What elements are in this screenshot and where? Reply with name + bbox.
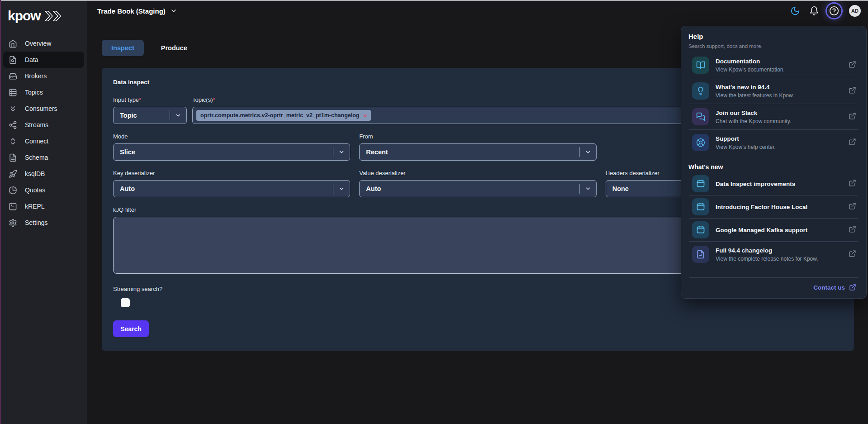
help-button[interactable] [828,5,840,17]
input-type-select[interactable]: Topic [113,107,187,124]
topic-tag: oprtr.compute.metrics.v2-oprtr_metric_v2… [196,110,371,121]
sidebar-item-brokers[interactable]: Brokers [3,68,84,84]
whats-new-item-factor-house-local[interactable]: Introducing Factor House Local [688,195,859,218]
help-link-slack[interactable]: Join our SlackChat with the Kpow communi… [688,104,859,129]
key-deserializer-select[interactable]: Auto [113,180,350,197]
sidebar-item-streams[interactable]: Streams [3,117,84,133]
gear-icon [9,219,17,227]
whats-new-title: Google Managed Kafka support [716,227,807,233]
from-label: From [359,133,596,140]
lightbulb-icon [692,82,709,100]
whats-new-item-google-kafka[interactable]: Google Managed Kafka support [688,219,859,241]
sidebar-nav: Overview Data Brokers Topics Consumers S… [0,35,87,231]
streaming-search-checkbox[interactable] [121,298,130,307]
sidebar-item-label: Quotas [25,186,45,194]
chevron-down-icon [170,7,177,14]
avatar[interactable]: AD [849,5,861,17]
kpow-logo[interactable]: kpow [0,0,87,24]
sidebar-item-label: kREPL [25,203,45,210]
help-link-subtitle: View Kpow's help center. [716,144,776,150]
whats-new-heading: What's new [688,163,859,171]
whats-new-item-changelog[interactable]: Full 94.4 changelogView the complete rel… [688,242,859,267]
rocket-icon [9,170,17,178]
sidebar-item-label: Brokers [25,72,47,80]
calendar-icon [692,175,709,192]
external-link-icon [849,61,856,70]
contact-us-label: Contact us [813,284,845,291]
help-link-subtitle: View the latest features in Kpow. [716,92,794,99]
tab-inspect[interactable]: Inspect [102,40,144,56]
app-window: kpow Overview Data Brokers Topics [0,0,868,424]
required-marker: * [139,96,141,103]
kpow-logo-text: kpow [8,8,41,24]
lifebuoy-icon [692,134,709,151]
mode-select[interactable]: Slice [113,143,350,161]
topic-tag-label: oprtr.compute.metrics.v2-oprtr_metric_v2… [200,112,360,119]
sidebar-item-schema[interactable]: Schema [3,149,84,166]
help-link-support[interactable]: SupportView Kpow's help center. [688,130,859,155]
search-button[interactable]: Search [113,320,149,337]
sidebar-item-label: Settings [25,219,48,226]
from-select[interactable]: Recent [359,143,596,161]
help-link-documentation[interactable]: DocumentationView Kpow's documentation. [688,52,859,78]
chevron-down-icon [170,112,186,119]
help-link-whats-new[interactable]: What's new in 94.4View the latest featur… [688,78,859,104]
mode-value: Slice [120,148,135,156]
notifications-bell-icon[interactable] [809,6,819,16]
external-link-icon [849,86,856,96]
sidebar-item-label: Connect [25,138,48,145]
sidebar-item-krepl[interactable]: kREPL [3,198,84,214]
value-deserializer-select[interactable]: Auto [359,180,596,197]
sidebar: kpow Overview Data Brokers Topics [0,0,87,424]
sidebar-item-overview[interactable]: Overview [3,35,84,52]
help-link-subtitle: View Kpow's documentation. [716,67,785,73]
external-link-icon [849,202,856,212]
whats-new-title: Full 94.4 changelog [716,247,818,254]
chat-bubbles-icon [692,108,709,125]
table-icon [9,88,17,97]
home-icon [9,39,17,48]
chevron-down-icon [333,149,350,155]
calendar-icon [692,198,709,215]
sidebar-item-topics[interactable]: Topics [3,84,84,100]
external-link-icon [849,138,856,148]
value-deserializer-label: Value deserializer [359,170,596,176]
sidebar-item-settings[interactable]: Settings [3,214,84,231]
mode-label: Mode [113,133,350,140]
sidebar-item-label: Streams [25,121,48,129]
remove-tag-icon[interactable]: × [364,113,367,119]
sidebar-item-label: Overview [25,40,51,47]
help-circle-icon [829,6,839,16]
hard-drive-icon [9,72,17,81]
window-top-edge [0,0,868,1]
environment-name: Trade Book (Staging) [97,7,166,15]
external-link-icon [849,250,856,259]
sidebar-item-label: Topics [25,89,43,96]
sidebar-item-connect[interactable]: Connect [3,133,84,149]
file-search-icon [9,56,17,64]
sidebar-item-consumers[interactable]: Consumers [3,100,84,117]
whats-new-title: Data Inspect improvements [716,181,795,187]
key-deserializer-label: Key deserializer [113,170,350,176]
help-link-title: What's new in 94.4 [716,84,794,91]
help-panel-subtitle: Search support, docs and more. [688,43,859,49]
sidebar-item-data[interactable]: Data [3,52,84,68]
help-panel-footer: Contact us [688,277,859,293]
external-link-icon [849,284,856,291]
calendar-icon [692,221,709,238]
dark-mode-moon-icon[interactable] [790,6,800,16]
divider [689,277,858,278]
contact-us-link[interactable]: Contact us [688,284,859,293]
external-link-icon [849,179,856,189]
external-link-icon [849,112,856,122]
sidebar-item-ksqldb[interactable]: ksqlDB [3,166,84,182]
input-type-label: Input type* [113,96,187,103]
environment-switcher[interactable]: Trade Book (Staging) [97,7,177,15]
whats-new-title: Introducing Factor House Local [716,204,807,210]
key-deserializer-value: Auto [120,185,135,192]
sidebar-item-quotas[interactable]: Quotas [3,182,84,198]
help-panel-title: Help [688,33,859,40]
help-link-title: Support [716,135,776,142]
whats-new-item-data-inspect[interactable]: Data Inspect improvements [688,172,859,195]
tab-produce[interactable]: Produce [161,44,187,52]
